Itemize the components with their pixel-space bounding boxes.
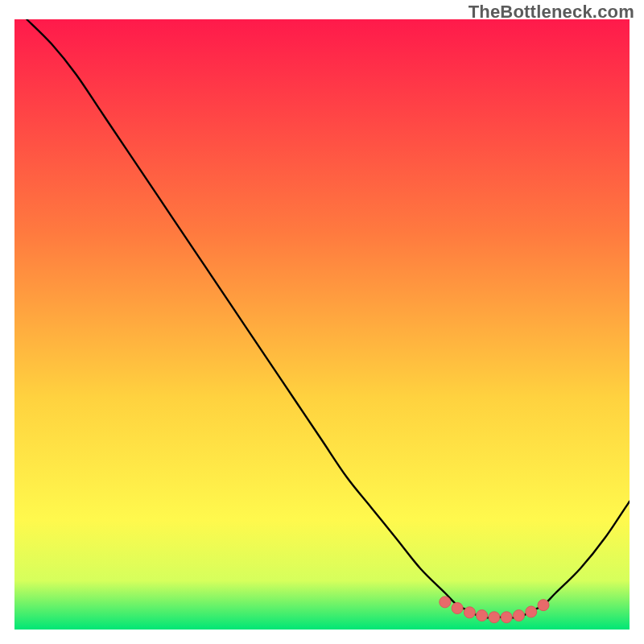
chart-bg-gradient xyxy=(14,19,630,630)
sweet-spot-dot xyxy=(452,603,463,614)
sweet-spot-dot xyxy=(514,610,525,621)
sweet-spot-dot xyxy=(489,612,500,623)
bottleneck-chart xyxy=(0,0,644,644)
frame-right xyxy=(630,0,644,644)
frame-left xyxy=(0,0,14,644)
sweet-spot-dot xyxy=(464,607,475,618)
sweet-spot-dot xyxy=(526,606,537,617)
chart-stage: TheBottleneck.com xyxy=(0,0,644,644)
sweet-spot-dot xyxy=(538,600,549,611)
sweet-spot-dot xyxy=(477,610,488,621)
sweet-spot-dot xyxy=(440,597,451,608)
frame-bottom xyxy=(0,630,644,644)
watermark-text: TheBottleneck.com xyxy=(469,2,634,23)
sweet-spot-dot xyxy=(501,612,512,623)
